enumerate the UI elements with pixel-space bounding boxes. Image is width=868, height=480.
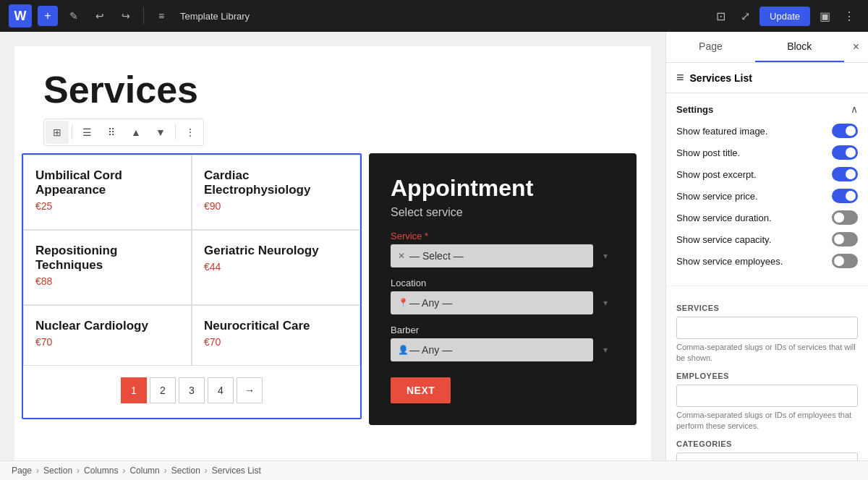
toggle-row-1: Show post title. — [676, 145, 858, 160]
add-block-button[interactable]: + — [38, 6, 58, 26]
service-card[interactable]: Cardiac Electrophysiology€90 — [192, 155, 360, 230]
service-card[interactable]: Neurocritical Care€70 — [192, 305, 360, 366]
tab-block[interactable]: Block — [755, 32, 844, 62]
service-card-name: Geriatric Neurology — [204, 244, 348, 258]
page-button-2[interactable]: 2 — [150, 377, 176, 403]
service-card-name: Neurocritical Care — [204, 319, 348, 333]
tools-button[interactable]: ✎ — [64, 6, 84, 26]
location-icon: 📍 — [398, 298, 409, 308]
services-list-col: Umbilical Cord Appearance€25Cardiac Elec… — [22, 153, 362, 432]
breadcrumb-item-4[interactable]: Section — [171, 466, 200, 476]
settings-toggle-button[interactable]: ▣ — [814, 6, 835, 26]
list-view-button[interactable]: ☰ — [75, 121, 98, 144]
toggle-row-5: Show service capacity. — [676, 232, 858, 247]
more-options-button[interactable]: ⋮ — [839, 6, 859, 26]
appointment-col: Appointment Select service Service * ✕ —… — [362, 153, 644, 432]
service-card-price: €25 — [35, 200, 179, 212]
toggle-slider-5 — [832, 232, 858, 247]
toggle-slider-0 — [832, 124, 858, 138]
service-card[interactable]: Geriatric Neurology€44 — [192, 230, 360, 305]
main-area: Services ⊞ ☰ ⠿ ▲ ▼ ⋮ — [0, 32, 868, 460]
tab-page[interactable]: Page — [666, 32, 755, 62]
panel-tab-row: Page Block × — [666, 32, 868, 63]
service-card-name: Nuclear Cardiology — [35, 319, 179, 333]
page-title: Services — [43, 68, 622, 111]
service-select-icon: ✕ — [398, 251, 405, 261]
toggle-5[interactable] — [832, 232, 858, 247]
toggle-1[interactable] — [832, 145, 858, 160]
services-hint: Comma-separated slugs or IDs of services… — [676, 342, 858, 364]
employees-input[interactable] — [676, 385, 858, 407]
location-select-arrow-icon: ▾ — [603, 298, 608, 308]
drag-handle-button[interactable]: ⠿ — [100, 121, 123, 144]
move-up-button[interactable]: ▲ — [124, 121, 148, 144]
toggle-2[interactable] — [832, 167, 858, 181]
preview-button[interactable]: ⤢ — [735, 6, 755, 26]
grid-view-button[interactable]: ⊞ — [46, 121, 69, 144]
toggle-0[interactable] — [832, 124, 858, 138]
toggle-6[interactable] — [832, 254, 858, 268]
update-button[interactable]: Update — [760, 7, 810, 26]
barber-icon: 👤 — [398, 345, 409, 355]
panel-close-button[interactable]: × — [844, 33, 868, 61]
page-button-3[interactable]: 3 — [179, 377, 205, 403]
settings-collapse-button[interactable]: ∧ — [851, 103, 858, 115]
services-field-section: SERVICES Comma-separated slugs or IDs of… — [666, 286, 868, 460]
service-card[interactable]: Nuclear Cardiology€70 — [23, 305, 192, 366]
location-select[interactable]: — Any — — [391, 291, 593, 314]
toggle-row-4: Show service duration. — [676, 210, 858, 225]
pagination-next-arrow[interactable]: → — [237, 377, 263, 403]
template-title: Template Library — [180, 11, 250, 22]
breadcrumb-item-0[interactable]: Page — [12, 466, 32, 476]
service-card[interactable]: Umbilical Cord Appearance€25 — [23, 155, 192, 230]
service-card[interactable]: Repositioning Techniques€88 — [23, 230, 192, 305]
more-block-options-button[interactable]: ⋮ — [179, 121, 202, 144]
redo-button[interactable]: ↪ — [116, 6, 136, 26]
wp-logo-icon[interactable]: W — [9, 4, 32, 27]
toggle-row-3: Show service price. — [676, 189, 858, 203]
page-heading-section: Services — [14, 46, 651, 119]
view-button[interactable]: ⊡ — [710, 6, 731, 26]
details-button[interactable]: ≡ — [151, 6, 171, 26]
page-button-4[interactable]: 4 — [208, 377, 234, 403]
block-name-label: Services List — [690, 72, 752, 84]
services-grid: Umbilical Cord Appearance€25Cardiac Elec… — [23, 155, 360, 366]
settings-header: Settings ∧ — [676, 103, 858, 115]
breadcrumb-item-2[interactable]: Columns — [84, 466, 118, 476]
services-input[interactable] — [676, 317, 858, 339]
toggle-row-6: Show service employees. — [676, 254, 858, 268]
service-card-name: Repositioning Techniques — [35, 244, 179, 273]
service-select[interactable]: — Select — — [391, 244, 593, 267]
toggle-label-0: Show featured image. — [676, 126, 767, 137]
breadcrumb-item-5[interactable]: Services List — [212, 466, 261, 476]
undo-button[interactable]: ↩ — [90, 6, 110, 26]
categories-input[interactable] — [676, 453, 858, 460]
employees-field-label: EMPLOYEES — [676, 372, 858, 380]
toggle-slider-3 — [832, 189, 858, 203]
toggle-label-1: Show post title. — [676, 147, 740, 158]
service-card-price: €70 — [204, 336, 348, 348]
move-down-button[interactable]: ▼ — [149, 121, 172, 144]
page-button-1[interactable]: 1 — [121, 377, 147, 403]
service-select-wrapper: ✕ — Select — ▾ — [391, 244, 615, 267]
toggle-4[interactable] — [832, 210, 858, 225]
canvas-inner: Services ⊞ ☰ ⠿ ▲ ▼ ⋮ — [14, 46, 651, 460]
next-button[interactable]: NEXT — [391, 377, 451, 403]
settings-section: Settings ∧ Show featured image. Show pos… — [666, 93, 868, 286]
toggle-3[interactable] — [832, 189, 858, 203]
location-select-wrapper: 📍 — Any — ▾ — [391, 291, 615, 314]
right-panel: Page Block × ≡ Services List Settings ∧ … — [665, 32, 868, 460]
breadcrumb-separator: › — [77, 466, 80, 476]
breadcrumb-separator: › — [122, 466, 125, 476]
toggle-label-3: Show service price. — [676, 191, 758, 202]
toolbar-divider — [143, 7, 144, 25]
breadcrumb-separator: › — [205, 466, 208, 476]
employees-hint: Comma-separated slugs or IDs of employee… — [676, 410, 858, 432]
services-grid-wrapper: Umbilical Cord Appearance€25Cardiac Elec… — [22, 153, 362, 419]
breadcrumb-item-1[interactable]: Section — [43, 466, 72, 476]
barber-select[interactable]: — Any — — [391, 338, 593, 361]
toggle-label-4: Show service duration. — [676, 213, 772, 223]
service-card-price: €44 — [204, 261, 348, 273]
breadcrumb-item-3[interactable]: Column — [129, 466, 159, 476]
services-field-label: SERVICES — [676, 304, 858, 312]
